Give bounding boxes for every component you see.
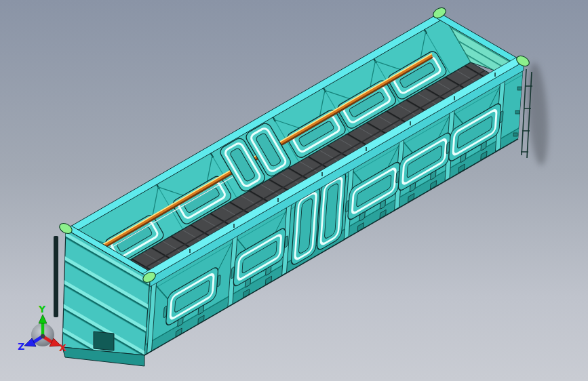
gondola-model[interactable]	[54, 5, 551, 366]
cad-viewport[interactable]: Y Z X	[0, 0, 588, 381]
end-grab-iron[interactable]	[54, 236, 58, 317]
cad-scene[interactable]: Y Z X	[0, 0, 588, 381]
axis-triad[interactable]: Y Z X	[18, 304, 66, 353]
triad-origin	[41, 334, 45, 338]
y-axis-label: Y	[38, 304, 46, 315]
model-shadow	[525, 62, 551, 166]
end-door-box[interactable]	[94, 332, 114, 350]
x-axis-label: X	[59, 342, 66, 353]
z-axis-label: Z	[18, 341, 24, 352]
